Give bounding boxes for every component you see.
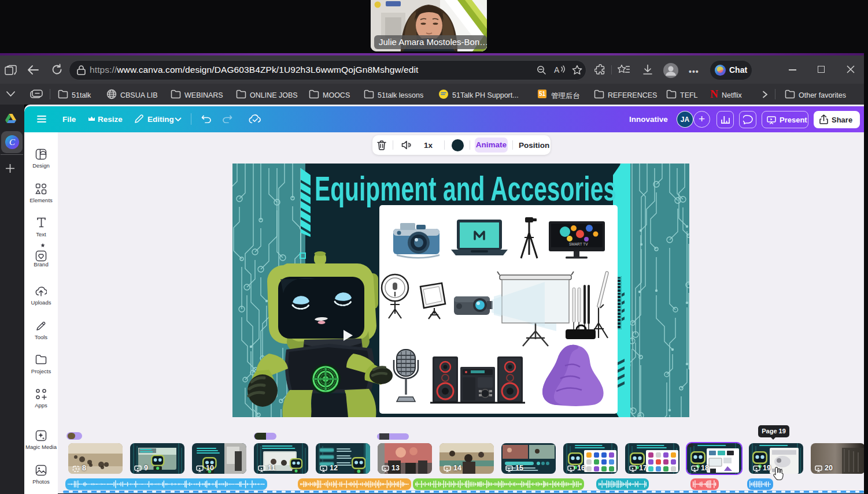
svg-text:C: C xyxy=(9,138,16,147)
svg-text:A: A xyxy=(554,65,560,75)
svg-text:Equipment and Accesories: Equipment and Accesories xyxy=(315,169,616,208)
svg-text:SMART TV: SMART TV xyxy=(569,242,588,246)
